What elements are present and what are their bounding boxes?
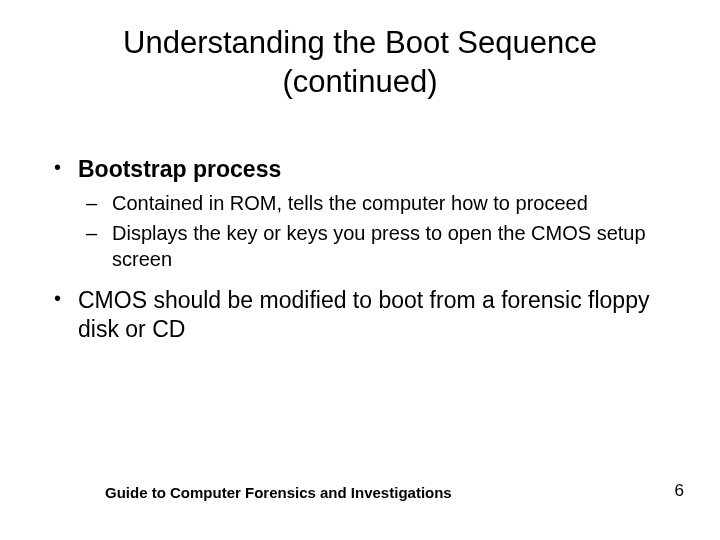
footer-text: Guide to Computer Forensics and Investig… <box>105 484 452 501</box>
bullet-list: Bootstrap process Contained in ROM, tell… <box>50 155 670 343</box>
slide-title: Understanding the Boot Sequence (continu… <box>0 0 720 102</box>
title-line-1: Understanding the Boot Sequence <box>123 25 597 60</box>
page-number: 6 <box>675 481 684 501</box>
slide: Understanding the Boot Sequence (continu… <box>0 0 720 540</box>
bullet-1-label: Bootstrap process <box>78 156 281 182</box>
bullet-item-1: Bootstrap process Contained in ROM, tell… <box>50 155 670 272</box>
slide-body: Bootstrap process Contained in ROM, tell… <box>50 155 670 357</box>
sub-item-1-1: Contained in ROM, tells the computer how… <box>78 190 670 216</box>
bullet-item-2: CMOS should be modified to boot from a f… <box>50 286 670 344</box>
sub-list-1: Contained in ROM, tells the computer how… <box>78 190 670 272</box>
title-line-2: (continued) <box>282 64 437 99</box>
sub-item-1-2: Displays the key or keys you press to op… <box>78 220 670 272</box>
